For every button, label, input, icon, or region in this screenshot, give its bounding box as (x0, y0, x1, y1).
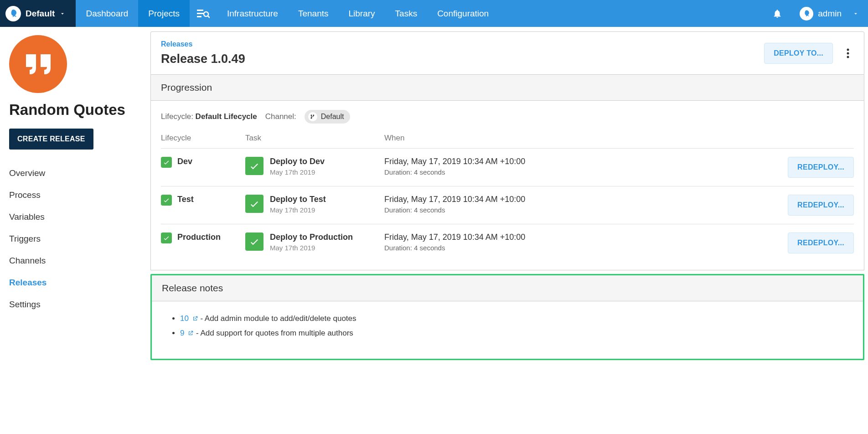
project-sidenav: Overview Process Variables Triggers Chan… (9, 162, 141, 315)
sidebar-item-overview[interactable]: Overview (9, 162, 141, 184)
app-logo-icon (5, 6, 21, 21)
sidebar-item-releases[interactable]: Releases (9, 272, 141, 294)
release-notes-heading: Release notes (152, 275, 863, 301)
project-sidebar: Random Quotes CREATE RELEASE Overview Pr… (0, 27, 150, 365)
notifications-button[interactable] (764, 0, 790, 27)
task-date: May 17th 2019 (270, 206, 326, 214)
nav-dashboard[interactable]: Dashboard (76, 0, 138, 27)
svg-rect-0 (197, 10, 203, 11)
progression-heading: Progression (150, 75, 864, 101)
svg-point-5 (847, 48, 849, 51)
avatar-icon (800, 7, 813, 21)
nav-infrastructure[interactable]: Infrastructure (217, 0, 288, 27)
branch-icon (308, 112, 317, 121)
env-name: Production (177, 232, 221, 242)
breadcrumb-releases[interactable]: Releases (161, 40, 764, 48)
create-release-button[interactable]: CREATE RELEASE (9, 129, 93, 150)
release-note-link[interactable]: 10 (180, 314, 200, 323)
project-name: Random Quotes (9, 101, 141, 119)
svg-rect-1 (197, 13, 203, 14)
svg-point-7 (847, 56, 849, 58)
task-name[interactable]: Deploy to Production (270, 232, 353, 242)
task-name[interactable]: Deploy to Dev (270, 157, 325, 166)
sidebar-item-channels[interactable]: Channels (9, 250, 141, 272)
channel-label: Channel: (265, 112, 296, 121)
sidebar-item-settings[interactable]: Settings (9, 294, 141, 315)
col-lifecycle: Lifecycle (161, 134, 245, 143)
project-logo (9, 35, 67, 93)
space-label: Default (26, 9, 55, 19)
nav-projects[interactable]: Projects (138, 0, 190, 27)
task-date: May 17th 2019 (270, 168, 325, 176)
check-icon (161, 232, 172, 243)
redeploy-button[interactable]: REDEPLOY... (788, 157, 854, 178)
nav-library[interactable]: Library (338, 0, 385, 27)
redeploy-button[interactable]: REDEPLOY... (788, 195, 854, 216)
check-icon (245, 157, 264, 175)
release-notes-section: Release notes 10 - Add admin module to a… (150, 274, 864, 360)
channel-chip[interactable]: Default (305, 110, 351, 124)
nav-spacer (499, 0, 764, 27)
release-note-item: 10 - Add admin module to add/edit/delete… (180, 311, 845, 326)
chevron-down-icon (59, 10, 66, 17)
when-time: Friday, May 17, 2019 10:34 AM +10:00 (384, 195, 767, 204)
progression-row: Production Deploy to Production May 17th… (161, 224, 854, 262)
external-link-icon (192, 315, 198, 322)
nav-configuration[interactable]: Configuration (427, 0, 499, 27)
release-note-text: - Add admin module to add/edit/delete qu… (200, 314, 356, 323)
bell-icon (772, 9, 782, 19)
progression-row: Test Deploy to Test May 17th 2019 Friday… (161, 186, 854, 224)
col-task: Task (245, 134, 384, 143)
more-actions-button[interactable] (842, 48, 854, 59)
redeploy-button[interactable]: REDEPLOY... (788, 232, 854, 253)
when-duration: Duration: 4 seconds (384, 244, 767, 252)
release-note-text: - Add support for quotes from multiple a… (196, 329, 353, 337)
channel-chip-label: Default (321, 113, 344, 121)
progression-table-head: Lifecycle Task When (161, 128, 854, 148)
lifecycle-value: Default Lifecycle (196, 112, 257, 121)
nav-tasks[interactable]: Tasks (385, 0, 428, 27)
progression-row: Dev Deploy to Dev May 17th 2019 Friday, … (161, 148, 854, 186)
check-icon (245, 232, 264, 251)
progression-body: Lifecycle: Default Lifecycle Channel: De… (150, 101, 864, 270)
external-link-icon (187, 330, 194, 336)
lifecycle-label: Lifecycle: (161, 112, 193, 121)
col-when: When (384, 134, 767, 143)
check-icon (161, 195, 172, 206)
chevron-down-icon (852, 10, 859, 17)
nav-search[interactable] (190, 0, 217, 27)
when-duration: Duration: 4 seconds (384, 206, 767, 214)
kebab-icon (847, 48, 849, 59)
task-name[interactable]: Deploy to Test (270, 195, 326, 204)
user-menu[interactable]: admin (790, 0, 868, 27)
svg-rect-2 (197, 16, 202, 17)
task-date: May 17th 2019 (270, 244, 353, 252)
env-name: Test (177, 195, 194, 204)
release-note-item: 9 - Add support for quotes from multiple… (180, 326, 845, 341)
svg-point-6 (847, 52, 849, 54)
nav-tenants[interactable]: Tenants (288, 0, 339, 27)
sidebar-item-variables[interactable]: Variables (9, 206, 141, 228)
space-selector[interactable]: Default (0, 0, 76, 27)
release-header: Releases Release 1.0.49 DEPLOY TO... (150, 31, 864, 75)
user-name: admin (818, 9, 842, 19)
env-name: Dev (177, 157, 192, 166)
check-icon (245, 195, 264, 213)
check-icon (161, 157, 172, 168)
sidebar-item-triggers[interactable]: Triggers (9, 228, 141, 250)
svg-point-3 (204, 12, 208, 16)
release-note-link[interactable]: 9 (180, 329, 196, 337)
top-nav: Default Dashboard Projects Infrastructur… (0, 0, 868, 27)
when-time: Friday, May 17, 2019 10:34 AM +10:00 (384, 157, 767, 166)
when-duration: Duration: 4 seconds (384, 168, 767, 176)
deploy-to-button[interactable]: DEPLOY TO... (764, 43, 833, 64)
page-title: Release 1.0.49 (161, 52, 764, 66)
main-content: Releases Release 1.0.49 DEPLOY TO... Pro… (150, 27, 868, 365)
sidebar-item-process[interactable]: Process (9, 184, 141, 206)
svg-line-4 (208, 16, 210, 18)
when-time: Friday, May 17, 2019 10:34 AM +10:00 (384, 232, 767, 242)
search-list-icon (197, 8, 210, 19)
